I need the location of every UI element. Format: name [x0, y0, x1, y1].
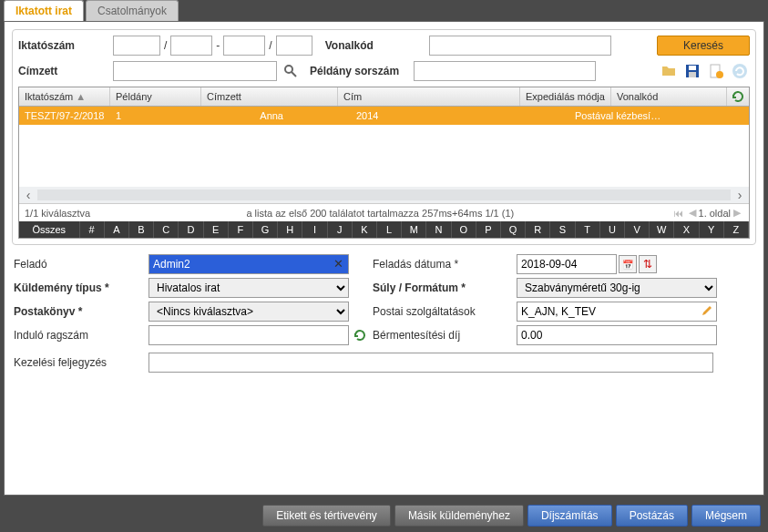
postai-szolg-label: Postai szolgáltatások	[373, 305, 509, 318]
postazas-button[interactable]: Postázás	[616, 505, 688, 527]
page-prev-icon[interactable]: ◀	[689, 207, 696, 219]
felado-label: Feladó	[14, 258, 141, 271]
page-first-icon[interactable]: ⏮	[673, 208, 683, 219]
sort-asc-icon: ▲	[76, 91, 86, 102]
postai-szolg-input[interactable]	[517, 302, 717, 322]
alpha-R[interactable]: R	[526, 221, 550, 238]
alpha-X[interactable]: X	[674, 221, 699, 238]
date-spin-icon[interactable]: ⇅	[639, 255, 657, 273]
new-doc-icon[interactable]	[706, 61, 726, 81]
bermentesitesi-label: Bérmentesítési díj	[373, 329, 509, 342]
results-table: Iktatószám ▲ Példány Címzett Cím Expediá…	[18, 87, 750, 239]
alpha-#[interactable]: #	[80, 221, 105, 238]
status-info: a lista az első 200 találatot tartalmazz…	[90, 208, 670, 219]
cell-cimzett: Anna	[201, 107, 338, 125]
alpha-H[interactable]: H	[278, 221, 302, 238]
page-next-icon[interactable]: ▶	[733, 207, 741, 219]
column-config-icon[interactable]	[727, 87, 749, 106]
alpha-W[interactable]: W	[650, 221, 674, 238]
th-peldany[interactable]: Példány	[110, 87, 201, 106]
kezelesi-input[interactable]	[148, 353, 713, 373]
alpha-Z[interactable]: Z	[724, 221, 749, 238]
alpha-S[interactable]: S	[550, 221, 575, 238]
alpha-F[interactable]: F	[229, 221, 253, 238]
peldany-sorszam-input[interactable]	[414, 61, 596, 81]
alpha-N[interactable]: N	[426, 221, 451, 238]
suly-select[interactable]: Szabványméretű 30g-ig	[517, 278, 717, 298]
search-button[interactable]: Keresés	[657, 36, 750, 56]
alpha-L[interactable]: L	[377, 221, 402, 238]
clear-icon[interactable]: ✕	[333, 257, 343, 271]
th-expedialas[interactable]: Expediálás módja	[520, 87, 611, 106]
cell-iktatoszam: TESZT/97-2/2018	[19, 107, 110, 125]
cell-cim: 2014	[338, 107, 520, 125]
cimzett-input[interactable]	[113, 61, 277, 81]
megsem-button[interactable]: Mégsem	[691, 505, 761, 527]
bermentesitesi-input[interactable]	[517, 325, 717, 345]
th-cimzett[interactable]: Címzett	[201, 87, 338, 106]
kezelesi-label: Kezelési feljegyzés	[14, 356, 141, 369]
ragszam-refresh-icon[interactable]	[353, 328, 367, 343]
tab-csatolmanyok[interactable]: Csatolmányok	[86, 0, 179, 21]
alpha-V[interactable]: V	[625, 221, 650, 238]
felado-input[interactable]	[148, 254, 349, 274]
kuldemeny-tipus-label: Küldemény típus *	[14, 281, 141, 294]
alpha-T[interactable]: T	[576, 221, 600, 238]
postakonyv-select[interactable]: <Nincs kiválasztva>	[148, 302, 349, 322]
svg-point-7	[732, 64, 747, 78]
feladas-datuma-label: Feladás dátuma *	[373, 258, 509, 271]
kuldemeny-tipus-select[interactable]: Hivatalos irat	[148, 278, 349, 298]
alpha-M[interactable]: M	[402, 221, 426, 238]
etikett-button[interactable]: Etikett és tértivevény	[262, 505, 391, 527]
alpha-I[interactable]: I	[302, 221, 327, 238]
iktatoszam-part2[interactable]	[170, 36, 212, 56]
sep-dash: -	[216, 39, 220, 52]
alpha-J[interactable]: J	[328, 221, 353, 238]
alpha-E[interactable]: E	[204, 221, 229, 238]
cimzett-lookup-icon[interactable]	[281, 61, 301, 81]
vonalkod-input[interactable]	[429, 36, 611, 56]
th-vonalkod[interactable]: Vonalkód	[611, 87, 727, 106]
scroll-right-icon[interactable]: ›	[731, 188, 749, 202]
refresh-circle-icon[interactable]	[730, 61, 750, 81]
masik-kuldemenyhez-button[interactable]: Másik küldeményhez	[394, 505, 524, 527]
alpha-B[interactable]: B	[129, 221, 154, 238]
alpha-filter: Összes#ABCDEFGHIJKLMNOPQRSTUVWXYZ	[19, 221, 749, 238]
postakonyv-label: Postakönyv *	[14, 305, 141, 318]
iktatoszam-part3[interactable]	[223, 36, 265, 56]
status-selected: 1/1 kiválasztva	[25, 208, 90, 219]
alpha-Q[interactable]: Q	[501, 221, 526, 238]
scroll-track[interactable]	[37, 189, 731, 200]
edit-pencil-icon[interactable]	[701, 304, 713, 317]
alpha-P[interactable]: P	[476, 221, 501, 238]
folder-icon[interactable]	[659, 61, 679, 81]
alpha-K[interactable]: K	[353, 221, 377, 238]
table-row[interactable]: TESZT/97-2/2018 1 Anna 2014 Postával kéz…	[19, 107, 749, 125]
cell-expedialas: Postával kézbesí…	[520, 107, 702, 125]
alpha-A[interactable]: A	[105, 221, 129, 238]
alpha-C[interactable]: C	[154, 221, 179, 238]
iktatoszam-label: Iktatószám	[18, 39, 109, 52]
alpha-U[interactable]: U	[600, 221, 625, 238]
alpha-D[interactable]: D	[179, 221, 203, 238]
alpha-G[interactable]: G	[253, 221, 278, 238]
svg-rect-4	[689, 72, 696, 77]
save-icon[interactable]	[682, 61, 702, 81]
scroll-left-icon[interactable]: ‹	[19, 188, 37, 202]
alpha-Y[interactable]: Y	[700, 221, 724, 238]
th-cim[interactable]: Cím	[338, 87, 520, 106]
suly-label: Súly / Formátum *	[373, 281, 509, 294]
alpha-all[interactable]: Összes	[19, 221, 80, 238]
indulo-ragszam-input[interactable]	[148, 325, 349, 345]
svg-rect-3	[689, 66, 696, 70]
th-iktatoszam[interactable]: Iktatószám ▲	[19, 87, 110, 106]
calendar-icon[interactable]: 📅	[619, 255, 637, 273]
alpha-O[interactable]: O	[452, 221, 476, 238]
tab-iktatott-irat[interactable]: Iktatott irat	[4, 0, 84, 21]
feladas-datuma-input[interactable]	[517, 254, 617, 274]
cell-peldany: 1	[110, 107, 201, 125]
sep-slash2: /	[269, 39, 271, 52]
dijszamitas-button[interactable]: Díjszámítás	[527, 505, 612, 527]
iktatoszam-part4[interactable]	[276, 36, 312, 56]
iktatoszam-part1[interactable]	[113, 36, 160, 56]
